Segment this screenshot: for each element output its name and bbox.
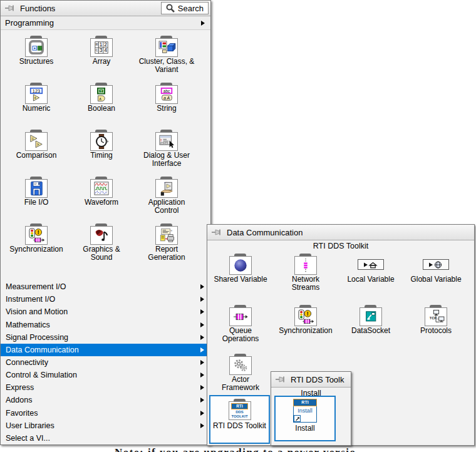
rti-palette-header: RTI DDS Toolk (271, 372, 351, 388)
category-control-simulation[interactable]: Control & Simulation (1, 369, 210, 381)
item-label: Array (93, 58, 111, 66)
global-variable-icon (423, 259, 449, 270)
svg-text:C: C (96, 48, 98, 52)
palette-item-string[interactable]: abca A String (134, 83, 199, 130)
palette-title: RTI DDS Toolk (291, 375, 344, 384)
item-label: Application Control (148, 198, 185, 215)
palette-item-waveform[interactable]: Waveform (69, 177, 134, 223)
palette-item-datasocket[interactable]: DataSocket (338, 305, 403, 354)
item-label: Install (295, 424, 314, 433)
palette-item-report-generation[interactable]: ≡ Report Generation (134, 223, 199, 270)
item-label: Comparison (16, 152, 57, 160)
item-label: Actor Framework (222, 376, 259, 392)
palette-item-rti-dds-toolkit[interactable]: RTI DDS TOOLKIT RTI DDS Toolkit (209, 395, 270, 444)
boolean-icon: T∧ (90, 85, 113, 104)
palette-item-graphics-sound[interactable]: Graphics & Sound (69, 223, 134, 270)
palette-item-application-control[interactable]: Application Control (134, 177, 199, 223)
search-icon (166, 4, 175, 13)
cluster-class-variant-icon (155, 38, 178, 57)
svg-text:+: + (34, 96, 36, 100)
palette-item-network-streams[interactable]: Network Streams (273, 254, 338, 305)
category-addons[interactable]: Addons (1, 394, 210, 406)
array-icon: RC1234 (90, 38, 113, 57)
svg-text:3: 3 (100, 47, 103, 53)
svg-text:=: = (31, 136, 34, 141)
category-connectivity[interactable]: Connectivity (1, 356, 210, 369)
svg-text:123: 123 (33, 88, 40, 94)
open-vi-arrow-icon (294, 415, 301, 422)
palette-item-global-variable[interactable]: Global Variable (403, 254, 468, 305)
section-label-rti-dds-toolkit: RTI DDS Toolkit (207, 240, 474, 252)
item-label: Boolean (88, 105, 115, 113)
item-label: Network Streams (292, 275, 320, 292)
palette-item-cluster-class-variant[interactable]: Cluster, Class, & Variant (134, 36, 199, 83)
timing-icon (90, 132, 113, 151)
palette-item-timing[interactable]: Timing (69, 130, 134, 177)
programming-icon-grid: Structures RC1234 Array Cluster, Class, … (1, 30, 210, 280)
svg-text:!: ! (38, 229, 39, 235)
category-user-libraries[interactable]: User Libraries (1, 419, 210, 432)
item-label: Synchronization (279, 327, 332, 335)
category-signal-processing[interactable]: Signal Processing (1, 331, 210, 344)
item-label: RTI DDS Toolkit (213, 422, 266, 430)
shared-variable-icon (229, 256, 252, 275)
item-label: File I/O (24, 198, 49, 207)
palette-item-comparison[interactable]: => Comparison (4, 130, 69, 177)
palette-item-boolean[interactable]: T∧ Boolean (69, 83, 134, 130)
palette-item-numeric[interactable]: 123+ Numeric (4, 83, 69, 130)
item-label: Protocols (420, 327, 452, 335)
palette-item-structures[interactable]: Structures (4, 36, 69, 83)
search-button-label: Search (178, 4, 204, 13)
category-measurement-io[interactable]: Measurement I/O (1, 280, 210, 293)
local-variable-icon (358, 259, 384, 270)
background-document-text: Note: if you are upgrading to a newer ve… (115, 446, 475, 452)
palette-item-install[interactable]: RTI Install Install (274, 396, 336, 441)
functions-palette: Functions Search Programming Structures … (0, 0, 211, 445)
graphics-sound-icon (90, 226, 113, 245)
synchronization-icon: ! (25, 226, 48, 245)
svg-text:>: > (36, 142, 39, 146)
palette-item-synchronization-dc[interactable]: ! Synchronization (273, 305, 338, 354)
category-select-a-vi[interactable]: Select a VI... (1, 432, 210, 444)
waveform-icon (90, 179, 113, 198)
svg-text:!: ! (307, 311, 309, 317)
palette-item-shared-variable[interactable]: Shared Variable (208, 254, 273, 305)
programming-label: Programming (5, 18, 54, 28)
palette-item-queue-operations[interactable]: Queue Operations (208, 305, 273, 354)
category-favorites[interactable]: Favorites (1, 407, 210, 419)
item-label: Numeric (23, 105, 51, 113)
protocols-icon: TCP... (425, 307, 447, 326)
pin-icon[interactable] (212, 229, 222, 236)
file-io-icon (25, 179, 48, 198)
category-programming-expanded[interactable]: Programming (1, 16, 210, 30)
submenu-arrow-icon (200, 360, 204, 365)
category-instrument-io[interactable]: Instrument I/O (1, 293, 210, 306)
svg-text:4: 4 (104, 47, 107, 53)
item-label: Dialog & User Interface (143, 152, 190, 168)
category-express[interactable]: Express (1, 381, 210, 394)
palette-item-protocols[interactable]: TCP... Protocols (403, 305, 468, 354)
category-data-communication[interactable]: Data Communication (1, 344, 210, 356)
svg-text:abc: abc (163, 89, 170, 93)
palette-item-array[interactable]: RC1234 Array (69, 36, 134, 83)
category-mathematics[interactable]: Mathematics (1, 318, 210, 331)
category-vision-and-motion[interactable]: Vision and Motion (1, 306, 210, 318)
submenu-arrow-icon (200, 284, 204, 289)
pin-icon[interactable] (276, 376, 286, 383)
numeric-icon: 123+ (25, 85, 48, 104)
rti-dds-toolkit-palette: RTI DDS Toolk Install RTI Install Instal… (271, 371, 351, 446)
item-label: Structures (19, 58, 54, 66)
palette-item-dialog-user-interface[interactable]: ! Dialog & User Interface (134, 130, 199, 177)
pin-icon[interactable] (5, 4, 15, 12)
item-label: Timing (90, 152, 113, 160)
synchronization-icon: ! (294, 307, 317, 326)
palette-item-local-variable[interactable]: Local Variable (338, 254, 403, 305)
palette-item-synchronization[interactable]: ! Synchronization (4, 223, 69, 270)
network-streams-icon (294, 256, 317, 275)
palette-title: Functions (20, 4, 55, 13)
palette-item-actor-framework[interactable]: Actor Framework (208, 354, 273, 398)
search-button[interactable]: Search (161, 2, 209, 14)
palette-item-file-io[interactable]: File I/O (4, 177, 69, 223)
submenu-arrow-icon (200, 372, 204, 378)
actor-framework-icon (229, 356, 252, 375)
